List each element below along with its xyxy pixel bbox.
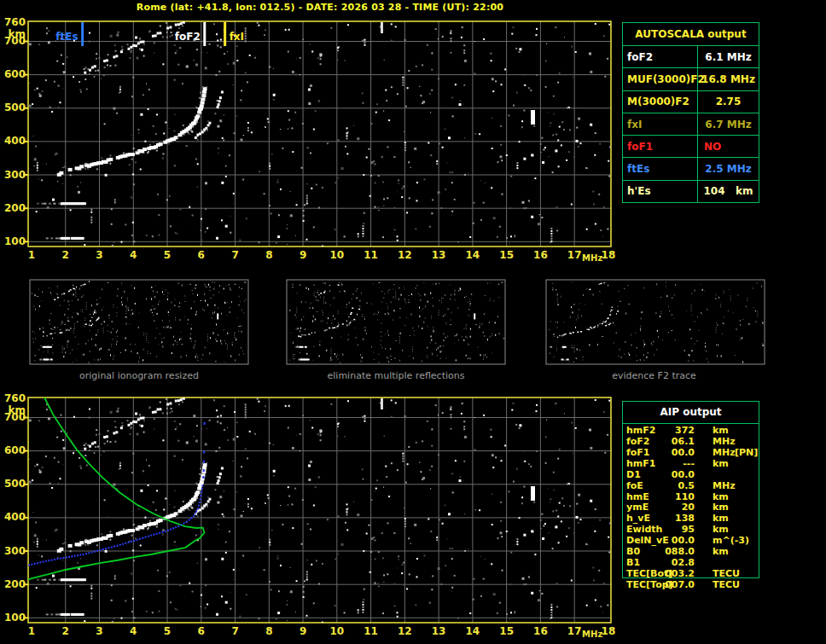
svg-text:2: 2	[62, 249, 69, 261]
svg-text:13: 13	[432, 625, 446, 637]
svg-text:15: 15	[499, 249, 514, 261]
svg-text:700: 700	[4, 35, 26, 47]
svg-text:10: 10	[329, 249, 344, 261]
param-value: 00.0	[664, 535, 695, 546]
autoscala-app-window: Rome (lat: +41.8, lon: 012.5) - DATE: 20…	[0, 0, 826, 644]
autoscala-row-fof2: foF26.1 MHz	[623, 45, 759, 67]
param-label: hmF1	[626, 458, 655, 469]
ionogram-echoes	[29, 393, 611, 624]
svg-text:1: 1	[28, 625, 35, 637]
svg-text:5: 5	[164, 625, 171, 637]
param-label: h_vE	[626, 513, 650, 524]
autoscala-row-m3000f2: M(3000)F22.75	[623, 90, 759, 113]
svg-text:6: 6	[198, 249, 205, 261]
param-value: km	[713, 513, 729, 524]
autoscala-row-fxi: fxI6.7 MHz	[623, 113, 759, 135]
freq-unit-label: MHz	[582, 253, 602, 263]
param-value: km	[713, 491, 729, 502]
param-value: 003.2	[664, 568, 695, 579]
aip-row-d1: D100.0	[623, 469, 759, 480]
svg-text:18: 18	[602, 249, 616, 261]
param-value: 00.0	[664, 447, 695, 458]
svg-text:8: 8	[265, 625, 272, 637]
param-value: 16.8 MHz	[698, 73, 759, 85]
param-label: D1	[626, 469, 641, 480]
param-label: hmE	[626, 491, 649, 502]
param-value: km	[713, 425, 729, 436]
param-value: 6.7 MHz	[698, 119, 759, 131]
param-label: foF1	[626, 447, 650, 458]
aip-table-title: AIP output	[623, 402, 759, 424]
svg-text:12: 12	[398, 625, 412, 637]
autoscala-row-muf3000f2: MUF(3000)F216.8 MHz	[623, 67, 759, 90]
param-value: 06.1	[664, 436, 695, 447]
aip-row-tecbot: TEC[Bot]003.2TECU	[623, 568, 759, 579]
svg-text:9: 9	[300, 625, 306, 637]
param-value: 372	[664, 425, 695, 436]
aip-row-delnve: DelN_vE00.0m^(-3)	[623, 535, 759, 546]
param-value: 138	[664, 513, 695, 524]
aip-row-foe: foE0.5MHz	[623, 480, 759, 491]
svg-text:12: 12	[398, 249, 412, 261]
marker-label-foF2: foF2	[175, 31, 201, 43]
param-value: 20	[664, 502, 695, 513]
param-value: NO	[698, 141, 759, 153]
svg-text:600: 600	[4, 68, 26, 80]
svg-text:200: 200	[4, 578, 26, 590]
thumb-evidence-f2-trace	[546, 280, 765, 364]
aip-row-hme: hmE110km	[623, 491, 759, 502]
param-label: ymE	[626, 502, 649, 513]
aip-model-overlay	[27, 397, 206, 580]
param-label: ftEs	[623, 158, 698, 179]
svg-text:18: 18	[602, 625, 616, 637]
svg-text:300: 300	[4, 169, 26, 181]
param-value: m^(-3)	[713, 535, 749, 546]
svg-text:5: 5	[164, 249, 171, 261]
svg-text:760: 760	[4, 16, 26, 28]
svg-text:14: 14	[466, 249, 480, 261]
param-value: 00.0	[664, 469, 695, 480]
svg-text:7: 7	[231, 625, 238, 637]
aip-output-table: AIP output hmF2372kmfoF206.1MHzfoF100.0M…	[622, 401, 759, 578]
svg-text:13: 13	[432, 249, 446, 261]
autoscala-table-title: AUTOSCALA output	[623, 23, 759, 45]
param-value: km	[713, 546, 729, 557]
param-label: M(3000)F2	[623, 91, 698, 113]
param-label: hmF2	[626, 425, 655, 436]
param-label: fxI	[623, 113, 698, 135]
param-label: h'Es	[623, 181, 698, 202]
param-value: TECU	[713, 568, 740, 579]
thumb-original-ionogram	[30, 280, 248, 364]
svg-text:6: 6	[198, 625, 205, 637]
param-value: MHz	[713, 480, 736, 491]
svg-text:100: 100	[4, 235, 26, 247]
autoscala-table-rows: foF26.1 MHzMUF(3000)F216.8 MHzM(3000)F22…	[623, 45, 759, 202]
bottom-ionogram-plot: 760km70060050040030020010012345678910111…	[4, 392, 615, 640]
svg-text:400: 400	[4, 511, 26, 523]
param-value: 088.0	[664, 546, 695, 557]
param-value: km	[713, 458, 729, 469]
svg-text:100: 100	[4, 612, 26, 624]
aip-row-ewidth: Ewidth95km	[623, 524, 759, 535]
param-label: foF2	[623, 46, 698, 67]
marker-label-fxI: fxI	[230, 31, 244, 43]
param-value: 6.1 MHz	[698, 51, 759, 63]
param-value: ---	[664, 458, 695, 469]
param-label: Ewidth	[626, 524, 662, 535]
aip-row-fof1: foF100.0MHz[PN]	[623, 447, 759, 458]
top-ionogram-plot: 760km70060050040030020010012345678910111…	[4, 16, 615, 264]
param-value: TECU	[713, 579, 740, 590]
autoscala-row-fof1: foF1NO	[623, 135, 759, 157]
autoscala-row-ftes: ftEs2.5 MHz	[623, 157, 759, 179]
height-axis-labels: 760km700600500400300200100	[4, 16, 26, 247]
param-value: MHz	[713, 447, 736, 458]
frequency-axis-labels: 123456789101112131415161718MHz	[28, 249, 615, 263]
aip-row-b1: B102.8	[623, 557, 759, 568]
ionogram-echoes	[29, 17, 611, 247]
svg-text:500: 500	[4, 478, 26, 490]
param-value: 007.0	[664, 579, 695, 590]
frequency-axis-labels: 123456789101112131415161718MHz	[28, 625, 615, 639]
svg-text:4: 4	[130, 249, 137, 261]
svg-text:8: 8	[265, 249, 272, 261]
svg-text:9: 9	[300, 249, 306, 261]
